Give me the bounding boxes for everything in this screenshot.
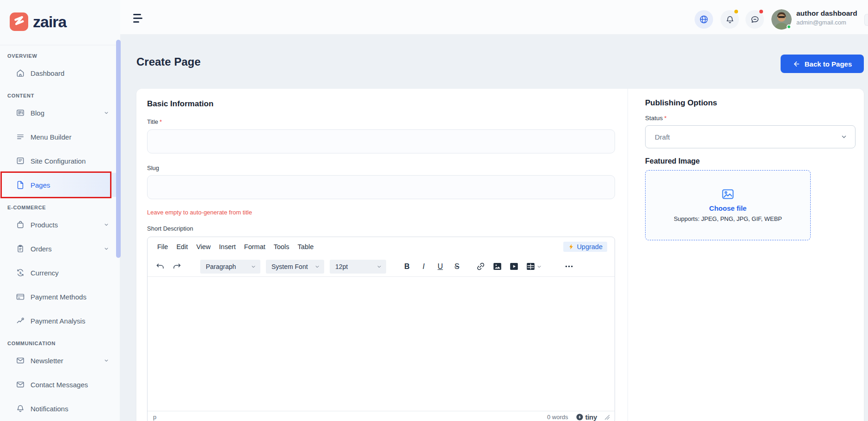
title-label-text: Title [147, 118, 158, 125]
sidebar-section-content: CONTENT Blog Menu Builder Site Configura… [0, 91, 120, 197]
sidebar: OVERVIEW Dashboard CONTENT Blog [0, 45, 120, 421]
slug-field-label: Slug [147, 165, 159, 172]
brand-logo[interactable]: zaira [10, 12, 67, 31]
editor-menu-table[interactable]: Table [294, 241, 318, 252]
title-input[interactable] [147, 129, 615, 153]
globe-icon [699, 14, 709, 24]
user-avatar[interactable] [771, 9, 792, 30]
more-tools-icon[interactable] [562, 260, 575, 274]
online-status-dot [787, 24, 791, 29]
sidebar-item-notifications[interactable]: Notifications [0, 397, 120, 421]
sidebar-item-site-configuration[interactable]: Site Configuration [0, 149, 120, 173]
back-button-label: Back to Pages [805, 60, 852, 68]
section-label: OVERVIEW [0, 51, 120, 61]
notification-badge [734, 10, 738, 13]
font-size-select[interactable]: 12pt [330, 260, 386, 274]
choose-file-link[interactable]: Choose file [709, 204, 747, 212]
supported-formats-text: Supports: JPEG, PNG, JPG, GIF, WEBP [674, 215, 782, 222]
font-family-select[interactable]: System Font [266, 260, 324, 274]
status-field-label: Status* [645, 115, 667, 122]
currency-exchange-icon: $ [16, 268, 25, 277]
chevron-down-icon [103, 357, 110, 364]
sidebar-section-overview: OVERVIEW Dashboard [0, 51, 120, 85]
sidebar-item-newsletter[interactable]: Newsletter [0, 348, 120, 372]
envelope-icon [16, 380, 25, 389]
slug-input[interactable] [147, 175, 615, 199]
sidebar-item-contact-messages[interactable]: Contact Messages [0, 372, 120, 397]
sidebar-item-blog[interactable]: Blog [0, 101, 120, 125]
insert-table-icon[interactable] [524, 260, 537, 274]
tiny-brand-text: tiny [585, 413, 597, 421]
bell-icon [16, 404, 25, 413]
status-select-value: Draft [655, 133, 670, 141]
undo-icon[interactable] [154, 260, 166, 274]
upgrade-button[interactable]: Upgrade [563, 242, 607, 252]
notifications-button[interactable] [720, 10, 739, 29]
block-format-select[interactable]: Paragraph [200, 260, 260, 274]
sidebar-item-label: Pages [31, 181, 50, 189]
editor-statusbar: p 0 words tiny [148, 411, 615, 421]
status-select[interactable]: Draft [645, 125, 856, 148]
section-label: COMMUNICATION [0, 338, 120, 348]
editor-content-area[interactable] [148, 277, 615, 411]
required-asterisk: * [664, 115, 666, 122]
back-to-pages-button[interactable]: Back to Pages [781, 55, 864, 73]
insert-media-icon[interactable] [507, 260, 520, 274]
user-name: author dashboard [796, 9, 857, 18]
table-chevron-icon[interactable] [537, 260, 542, 274]
tinymce-logo[interactable]: tiny [576, 413, 597, 421]
featured-image-dropzone[interactable]: Choose file Supports: JPEG, PNG, JPG, GI… [645, 170, 811, 240]
sidebar-item-label: Contact Messages [31, 381, 88, 389]
link-icon[interactable] [474, 260, 487, 274]
sidebar-item-label: Notifications [31, 405, 68, 413]
rich-text-editor: File Edit View Insert Format Tools Table… [147, 237, 615, 421]
user-email: admin@gmail.com [796, 19, 846, 26]
editor-menu-edit[interactable]: Edit [172, 241, 192, 252]
underline-button[interactable]: U [433, 260, 447, 274]
package-icon [16, 220, 25, 229]
strikethrough-button[interactable]: S [450, 260, 464, 274]
slug-helper-text: Leave empty to auto-generate from title [147, 209, 252, 216]
editor-menu-format[interactable]: Format [240, 241, 270, 252]
column-divider [628, 89, 628, 421]
sidebar-item-orders[interactable]: Orders [0, 237, 120, 261]
document-settings-icon [16, 156, 25, 165]
language-globe-button[interactable] [695, 10, 713, 29]
bold-button[interactable]: B [400, 260, 414, 274]
brand-logo-icon [10, 12, 28, 31]
sidebar-scrollbar-thumb[interactable] [116, 40, 121, 258]
sidebar-item-products[interactable]: Products [0, 213, 120, 237]
bell-icon [725, 15, 735, 24]
italic-button[interactable]: I [417, 260, 431, 274]
sidebar-toggle-icon[interactable] [133, 14, 143, 23]
credit-card-icon [16, 292, 25, 301]
sidebar-item-label: Menu Builder [31, 133, 71, 141]
sidebar-item-dashboard[interactable]: Dashboard [0, 61, 120, 85]
image-upload-icon [721, 187, 735, 201]
editor-menu-file[interactable]: File [153, 241, 172, 252]
editor-menu-insert[interactable]: Insert [215, 241, 240, 252]
editor-menubar: File Edit View Insert Format Tools Table… [148, 237, 615, 256]
sidebar-item-payment-methods[interactable]: Payment Methods [0, 285, 120, 309]
sidebar-item-label: Payment Methods [31, 293, 86, 301]
editor-toolbar: Paragraph System Font 12pt B I U S [148, 256, 615, 277]
arrow-left-icon [793, 60, 800, 68]
sidebar-item-menu-builder[interactable]: Menu Builder [0, 125, 120, 149]
title-field-label: Title* [147, 118, 162, 126]
word-count: 0 words [547, 414, 568, 421]
chevron-down-icon [315, 264, 320, 269]
resize-grip-icon[interactable] [604, 415, 610, 420]
sidebar-item-pages[interactable]: Pages [0, 173, 120, 197]
insert-image-icon[interactable] [491, 260, 504, 274]
redo-icon[interactable] [171, 260, 183, 274]
chevron-down-icon [251, 264, 256, 269]
editor-menu-view[interactable]: View [192, 241, 215, 252]
messages-button[interactable] [745, 10, 764, 29]
edge-panel-handle[interactable] [864, 14, 868, 26]
sidebar-item-payment-analysis[interactable]: Payment Analysis [0, 309, 120, 333]
sidebar-item-currency[interactable]: $ Currency [0, 261, 120, 285]
sidebar-item-label: Currency [31, 269, 59, 277]
top-header: author dashboard admin@gmail.com [120, 0, 868, 35]
editor-menu-tools[interactable]: Tools [270, 241, 294, 252]
sidebar-item-label: Site Configuration [31, 157, 86, 165]
